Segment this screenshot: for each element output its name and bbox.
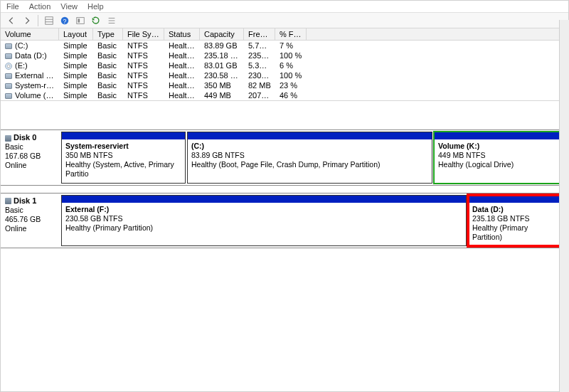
partition-size: 230.58 GB NTFS bbox=[65, 214, 462, 223]
menu-view[interactable]: View bbox=[60, 2, 78, 11]
svg-text:?: ? bbox=[63, 17, 67, 24]
forward-icon[interactable] bbox=[21, 14, 33, 27]
table-row[interactable]: External (F:)SimpleBasicNTFSHealthy ...2… bbox=[1, 70, 568, 80]
table-row[interactable]: Data (D:)SimpleBasicNTFSHealthy ...235.1… bbox=[1, 51, 568, 60]
partition[interactable]: External (F:)230.58 GB NTFSHealthy (Prim… bbox=[61, 195, 467, 247]
svg-rect-6 bbox=[78, 18, 80, 22]
col-volume[interactable]: Volume bbox=[1, 28, 59, 40]
cell-type: Basic bbox=[93, 60, 123, 70]
disk-size: 167.68 GB bbox=[5, 152, 57, 160]
partition-bar bbox=[188, 132, 432, 139]
cell-status: Healthy ... bbox=[164, 60, 200, 70]
cell-type: Basic bbox=[93, 41, 123, 51]
partition[interactable]: Volume (K:)449 MB NTFSHealthy (Logical D… bbox=[434, 132, 562, 184]
partition-info: Healthy (Primary Partition) bbox=[65, 223, 462, 233]
cell-fs: NTFS bbox=[123, 70, 164, 80]
menu-file[interactable]: File bbox=[6, 2, 19, 11]
partition[interactable]: (C:)83.89 GB NTFSHealthy (Boot, Page Fil… bbox=[187, 132, 432, 184]
cell-layout: Simple bbox=[59, 51, 93, 60]
volume-grid: Volume Layout Type File System Status Ca… bbox=[1, 28, 568, 101]
partition-bar bbox=[62, 132, 185, 139]
col-filesystem[interactable]: File System bbox=[123, 28, 164, 40]
table-row[interactable]: Volume (K:)SimpleBasicNTFSHealthy ...449… bbox=[1, 90, 568, 100]
disk-state: Online bbox=[5, 224, 57, 233]
partition-info: Healthy (Primary Partition) bbox=[472, 223, 556, 242]
cell-status: Healthy ... bbox=[164, 90, 200, 100]
cell-layout: Simple bbox=[59, 41, 93, 51]
partition[interactable]: System-reserviert350 MB NTFSHealthy (Sys… bbox=[61, 132, 186, 184]
disk-icon bbox=[5, 135, 11, 142]
menubar: File Action View Help bbox=[1, 1, 568, 13]
cell-status: Healthy ... bbox=[164, 41, 200, 51]
disk-label[interactable]: Disk 0Basic167.68 GBOnline bbox=[1, 130, 61, 185]
cell-capacity: 449 MB bbox=[200, 90, 244, 100]
drive-icon bbox=[5, 53, 12, 59]
disk-name: Disk 0 bbox=[14, 133, 36, 142]
col-pctfree[interactable]: % Free bbox=[275, 28, 307, 40]
cell-capacity: 235.18 GB bbox=[200, 51, 244, 60]
grid-header: Volume Layout Type File System Status Ca… bbox=[1, 28, 568, 41]
menu-help[interactable]: Help bbox=[87, 2, 104, 11]
col-layout[interactable]: Layout bbox=[59, 28, 93, 40]
disc-icon bbox=[5, 63, 12, 70]
cell-capacity: 350 MB bbox=[200, 80, 244, 90]
volume-name: System-reservi... bbox=[15, 81, 59, 90]
cell-status: Healthy ... bbox=[164, 80, 200, 90]
disk-state: Online bbox=[5, 161, 57, 169]
cell-pct: 23 % bbox=[275, 80, 307, 90]
cell-free: 230.19... bbox=[244, 70, 275, 80]
vertical-scrollbar[interactable] bbox=[559, 20, 569, 392]
disk-icon bbox=[5, 198, 11, 204]
refresh-icon[interactable] bbox=[90, 14, 102, 27]
partition-size: 350 MB NTFS bbox=[65, 151, 181, 160]
partition-size: 449 MB NTFS bbox=[438, 151, 558, 160]
cell-capacity: 230.58 GB bbox=[200, 70, 244, 80]
partition-name: External (F:) bbox=[65, 205, 462, 214]
help-icon[interactable]: ? bbox=[58, 14, 71, 27]
table-row[interactable]: (C:)SimpleBasicNTFSHealthy ...83.89 GB5.… bbox=[1, 41, 568, 51]
partition[interactable]: Data (D:)235.18 GB NTFSHealthy (Primary … bbox=[468, 195, 560, 247]
cell-free: 5.34 GB bbox=[244, 60, 275, 70]
cell-fs: NTFS bbox=[123, 80, 164, 90]
detail-view-icon[interactable] bbox=[43, 14, 55, 27]
grid-body: (C:)SimpleBasicNTFSHealthy ...83.89 GB5.… bbox=[1, 41, 568, 100]
cell-layout: Simple bbox=[59, 60, 93, 70]
col-status[interactable]: Status bbox=[164, 28, 200, 40]
table-row[interactable]: System-reservi...SimpleBasicNTFSHealthy … bbox=[1, 80, 568, 90]
menu-action[interactable]: Action bbox=[29, 2, 51, 11]
partition-info: Healthy (Boot, Page File, Crash Dump, Pr… bbox=[191, 160, 428, 169]
partition-size: 235.18 GB NTFS bbox=[472, 214, 556, 223]
cell-capacity: 83.89 GB bbox=[200, 41, 244, 51]
disk-type: Basic bbox=[5, 206, 57, 214]
partition-info: Healthy (System, Active, Primary Partiti… bbox=[65, 160, 181, 179]
partition-name: Volume (K:) bbox=[438, 142, 558, 151]
col-freespace[interactable]: Free S... bbox=[244, 28, 275, 40]
disk-label[interactable]: Disk 1Basic465.76 GBOnline bbox=[1, 194, 61, 248]
cell-fs: NTFS bbox=[123, 60, 164, 70]
drive-icon bbox=[5, 93, 12, 99]
col-capacity[interactable]: Capacity bbox=[200, 28, 244, 40]
cell-free: 82 MB bbox=[244, 80, 275, 90]
cell-layout: Simple bbox=[59, 80, 93, 90]
cell-status: Healthy ... bbox=[164, 51, 200, 60]
partition-container: System-reserviert350 MB NTFSHealthy (Sys… bbox=[61, 130, 568, 185]
cell-type: Basic bbox=[93, 80, 123, 90]
toolbar-separator bbox=[38, 15, 38, 26]
partition-name: (C:) bbox=[191, 142, 428, 151]
partition-info: Healthy (Logical Drive) bbox=[438, 160, 558, 169]
cell-type: Basic bbox=[93, 51, 123, 60]
volume-name: (E:) bbox=[15, 61, 28, 70]
cell-type: Basic bbox=[93, 90, 123, 100]
cell-free: 235.08... bbox=[244, 51, 275, 60]
settings-icon[interactable] bbox=[74, 14, 87, 27]
partition-container: External (F:)230.58 GB NTFSHealthy (Prim… bbox=[61, 194, 568, 248]
cell-pct: 46 % bbox=[275, 90, 307, 100]
cell-free: 5.70 GB bbox=[244, 41, 275, 51]
col-type[interactable]: Type bbox=[93, 28, 123, 40]
back-icon[interactable] bbox=[5, 14, 18, 27]
table-row[interactable]: (E:)SimpleBasicNTFSHealthy ...83.01 GB5.… bbox=[1, 60, 568, 70]
disk-pane: Disk 0Basic167.68 GBOnlineSystem-reservi… bbox=[1, 101, 568, 392]
list-icon[interactable] bbox=[105, 14, 118, 27]
drive-icon bbox=[5, 43, 12, 49]
disk-name: Disk 1 bbox=[14, 196, 36, 205]
